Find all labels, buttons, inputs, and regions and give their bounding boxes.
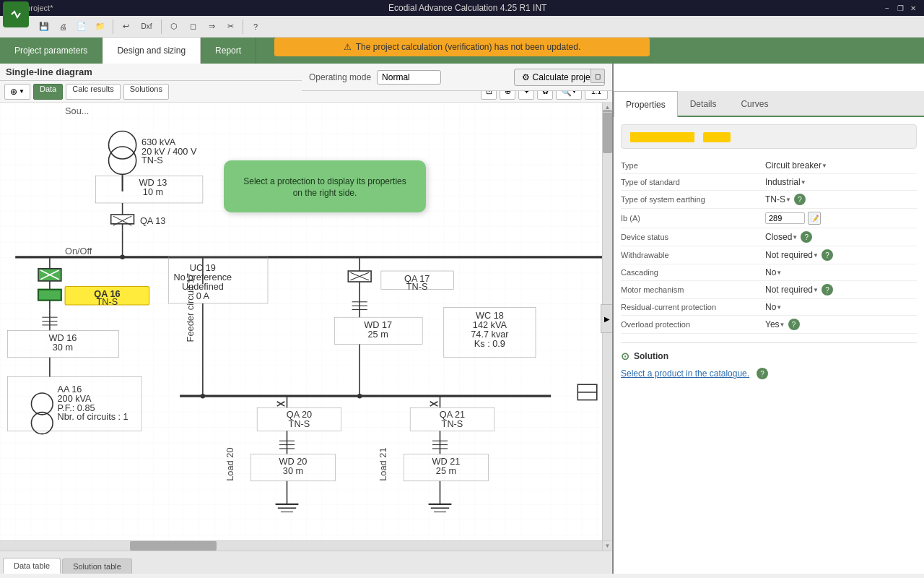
svg-point-21: [120, 255, 124, 259]
catalogue-link[interactable]: Select a product in the catalogue.: [621, 368, 749, 379]
sep2: [161, 20, 162, 34]
rect-button[interactable]: ◻: [185, 19, 201, 35]
prop-device-status-arrow[interactable]: ▼: [792, 234, 798, 241]
sep1: [113, 20, 113, 34]
svg-rect-27: [38, 290, 61, 301]
cursor-dropdown-arrow: ▼: [19, 88, 25, 95]
svg-text:Load 20: Load 20: [225, 447, 235, 480]
prop-standard-arrow[interactable]: ▼: [801, 179, 806, 186]
prop-cascading-row: Cascading No ▼: [621, 264, 917, 281]
solutions-button[interactable]: Solutions: [123, 84, 169, 100]
tab-design-sizing[interactable]: Design and sizing: [103, 38, 201, 64]
prop-motor-text: Not required: [765, 285, 813, 295]
svg-text:25 m: 25 m: [436, 465, 456, 476]
svg-point-76: [201, 394, 205, 398]
prop-motor-help[interactable]: ?: [821, 284, 833, 296]
undo-button[interactable]: ↩: [118, 19, 134, 35]
prop-motor-row: Motor mechanism Not required ▼ ?: [621, 281, 917, 299]
op-mode-label: Operating mode: [309, 72, 371, 82]
prop-overload-value: Yes ▼ ?: [765, 319, 917, 330]
tab-curves[interactable]: Curves: [728, 91, 780, 116]
svg-text:30 m: 30 m: [283, 465, 303, 476]
diagram-title: Single-line diagram: [6, 66, 92, 77]
prop-ib-edit[interactable]: 📝: [808, 212, 821, 225]
shape-button[interactable]: ⬡: [166, 19, 182, 35]
diagram-panel: Operating mode Normal Emergency Test ⚙ C…: [0, 64, 614, 574]
svg-text:On/Off: On/Off: [65, 245, 92, 256]
op-mode-select[interactable]: Normal Emergency Test: [377, 70, 441, 85]
horizontal-scrollbar[interactable]: [0, 540, 602, 551]
cut-button[interactable]: ✂: [222, 19, 238, 35]
restore-button[interactable]: ❐: [895, 3, 905, 13]
prop-ib-row: Ib (A) 📝: [621, 209, 917, 228]
svg-text:30 m: 30 m: [53, 342, 73, 353]
prop-withdrawable-help[interactable]: ?: [821, 249, 833, 261]
cursor-dropdown-button[interactable]: ⊕ ▼: [4, 84, 30, 100]
save-button[interactable]: 💾: [36, 19, 52, 35]
prop-overload-label: Overload protection: [621, 320, 765, 329]
prop-earthing-arrow[interactable]: ▼: [785, 197, 791, 203]
right-panel: Properties Details Curves Circuit breake…: [614, 64, 924, 574]
cb-name: QA 16: [703, 132, 731, 142]
new-doc-button[interactable]: 📄: [74, 19, 90, 35]
prop-withdrawable-arrow[interactable]: ▼: [813, 252, 819, 259]
data-table-tab[interactable]: Data table: [3, 558, 61, 574]
prop-device-status-row: Device status Closed ▼ ?: [621, 228, 917, 246]
prop-rcp-row: Residual-current protection No ▼: [621, 299, 917, 316]
solution-title: ⊙ Solution: [621, 350, 917, 362]
prop-ib-input[interactable]: [765, 212, 805, 224]
prop-motor-value: Not required ▼ ?: [765, 284, 917, 296]
diagram-canvas: Sou... 630 kVA 20 kV / 400 V TN-S WD 13 …: [0, 103, 612, 551]
window-controls: − ❐ ✕: [882, 3, 918, 13]
svg-text:TN-S: TN-S: [406, 281, 428, 292]
app-title: Ecodial Advance Calculation 4.25 R1 INT: [53, 3, 882, 13]
arrow-button[interactable]: ⇒: [204, 19, 219, 35]
tab-report[interactable]: Report: [201, 38, 256, 64]
open-button[interactable]: 📁: [92, 19, 108, 35]
prop-earthing-label: Type of system earthing: [621, 195, 765, 204]
prop-cascading-arrow[interactable]: ▼: [776, 269, 782, 276]
solution-table-tab[interactable]: Solution table: [62, 558, 132, 574]
prop-standard-label: Type of standard: [621, 178, 765, 186]
prop-overload-arrow[interactable]: ▼: [780, 322, 785, 328]
tab-project-params[interactable]: Project parameters: [0, 38, 103, 64]
prop-device-status-value: Closed ▼ ?: [765, 231, 917, 243]
print-button[interactable]: 🖨: [55, 19, 71, 35]
svg-text:10 m: 10 m: [143, 186, 163, 197]
prop-type-arrow[interactable]: ▼: [821, 163, 827, 169]
help-button[interactable]: ?: [248, 19, 263, 35]
minimize-button[interactable]: −: [882, 3, 892, 13]
prop-cascading-text: No: [765, 267, 776, 277]
prop-motor-arrow[interactable]: ▼: [813, 287, 819, 293]
tab-properties[interactable]: Properties: [614, 91, 678, 117]
svg-text:TN-S: TN-S: [289, 418, 310, 429]
warning-bar: ⚠ The project calculation (verification)…: [274, 38, 650, 56]
prop-rcp-label: Residual-current protection: [621, 303, 765, 311]
calc-label: Calculate project: [533, 72, 597, 82]
calc-results-button[interactable]: Calc results: [66, 84, 120, 100]
dxf-button[interactable]: Dxf: [136, 19, 157, 35]
properties-container: Type Circuit breaker ▼ Type of standard …: [621, 158, 917, 334]
panel-toggle-arrow[interactable]: ▶: [601, 304, 612, 333]
cb-title: Circuit breaker: [630, 132, 694, 142]
tooltip-text: Select a protection to display its prope…: [243, 176, 406, 198]
data-button[interactable]: Data: [33, 84, 63, 100]
prop-earthing-help[interactable]: ?: [794, 194, 806, 205]
prop-rcp-value: No ▼: [765, 302, 917, 312]
warning-icon: ⚠: [344, 42, 352, 52]
solution-icon: ⊙: [621, 350, 629, 362]
right-panel-content: Circuit breaker QA 16 Type Circuit break…: [614, 117, 924, 574]
solution-help-icon[interactable]: ?: [757, 368, 768, 379]
prop-motor-label: Motor mechanism: [621, 285, 765, 294]
solution-section: ⊙ Solution Select a product in the catal…: [621, 342, 917, 379]
prop-rcp-arrow[interactable]: ▼: [776, 304, 782, 311]
prop-overload-text: Yes: [765, 319, 780, 329]
prop-standard-value: Industrial ▼: [765, 177, 917, 187]
tab-details[interactable]: Details: [678, 91, 729, 116]
prop-type-label: Type: [621, 161, 765, 170]
close-button[interactable]: ✕: [908, 3, 918, 13]
prop-withdrawable-row: Withdrawable Not required ▼ ?: [621, 246, 917, 264]
prop-device-status-help[interactable]: ?: [801, 231, 812, 243]
prop-overload-help[interactable]: ?: [788, 319, 800, 330]
collapse-right-button[interactable]: ◻: [590, 69, 605, 83]
